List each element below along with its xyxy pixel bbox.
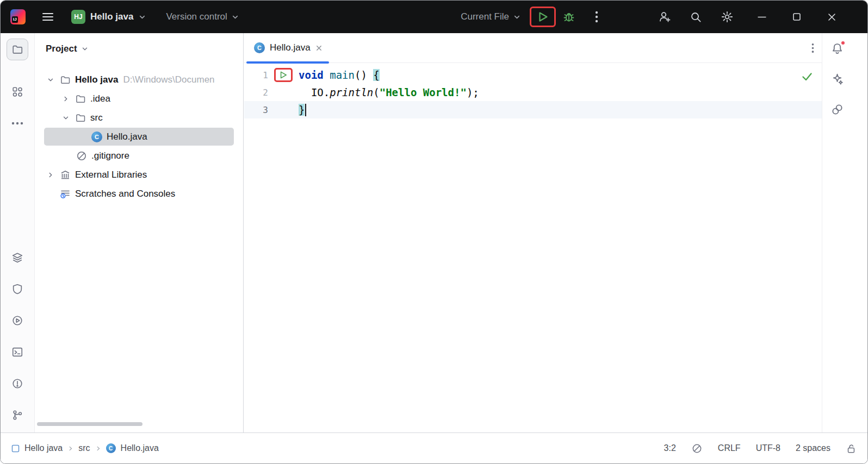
run-tool-window-button[interactable] <box>7 310 28 331</box>
tree-item-label: src <box>90 112 103 123</box>
code-text: IO.println("Hello World!"); <box>299 86 479 98</box>
highlighting-level-button[interactable] <box>691 443 703 454</box>
java-class-icon <box>91 131 102 142</box>
vcs-widget[interactable]: Version control <box>166 11 239 22</box>
search-icon <box>690 11 702 23</box>
main-menu-button[interactable] <box>42 12 54 22</box>
project-avatar: HJ <box>71 10 85 24</box>
close-button[interactable] <box>814 1 849 33</box>
chevron-down-icon[interactable] <box>61 114 71 122</box>
java-class-icon <box>254 42 265 53</box>
maximize-button[interactable] <box>779 1 814 33</box>
terminal-tool-window-button[interactable] <box>7 341 28 363</box>
annotation-box-gutter-run <box>274 68 293 82</box>
project-name: Hello java <box>90 11 133 22</box>
settings-button[interactable] <box>721 10 734 23</box>
more-vertical-icon <box>595 11 598 23</box>
run-button[interactable] <box>537 11 549 23</box>
minimize-button[interactable] <box>745 1 779 33</box>
code-line-1[interactable]: 1 void main() { <box>244 66 822 84</box>
dependencies-tool-window-button[interactable] <box>7 278 28 300</box>
tree-item-label: .gitignore <box>91 151 129 161</box>
chevron-right-icon[interactable] <box>61 95 71 103</box>
tab-hello-java[interactable]: Hello.java <box>246 33 329 62</box>
version-control-tool-window-button[interactable] <box>7 404 28 426</box>
run-main-gutter-button[interactable] <box>279 71 288 79</box>
inspections-ok-icon[interactable] <box>801 71 813 83</box>
project-panel-header[interactable]: Project <box>35 33 243 65</box>
read-only-toggle-button[interactable] <box>846 443 857 454</box>
breadcrumb-item-src[interactable]: src <box>78 443 90 453</box>
code-text: void main() { <box>299 69 380 81</box>
code-line-3[interactable]: 3 } <box>244 101 822 118</box>
line-separator-widget[interactable]: CRLF <box>718 443 741 453</box>
run-config-label: Current File <box>461 11 509 22</box>
tree-row-idea-folder[interactable]: .idea <box>35 89 243 108</box>
tree-row-hello-java-file[interactable]: Hello.java <box>35 127 243 146</box>
tab-label: Hello.java <box>270 42 311 53</box>
breadcrumbs: Hello java src Hello.java <box>11 443 159 453</box>
horizontal-scrollbar[interactable] <box>37 422 142 426</box>
editor-tab-bar: Hello.java <box>244 33 822 63</box>
tree-item-label: .idea <box>90 93 110 104</box>
left-tool-strip <box>1 33 35 432</box>
chevron-right-icon[interactable] <box>46 171 55 179</box>
notifications-button[interactable] <box>830 42 844 55</box>
folder-icon <box>75 112 86 123</box>
more-actions-button[interactable] <box>595 11 598 23</box>
code-with-me-button[interactable] <box>658 10 671 23</box>
notification-badge <box>840 40 846 46</box>
breadcrumb-item-file[interactable]: Hello.java <box>121 443 159 453</box>
tree-row-project-root[interactable]: Hello java D:\Windows\Documen <box>35 70 243 89</box>
slashed-circle-icon <box>691 443 703 454</box>
project-widget[interactable]: HJ Hello java <box>71 10 146 24</box>
debug-button[interactable] <box>562 10 575 23</box>
maximize-icon <box>793 13 801 21</box>
chevron-down-icon[interactable] <box>46 76 55 84</box>
gutter <box>268 68 299 82</box>
tree-row-gitignore-file[interactable]: .gitignore <box>35 146 243 165</box>
tree-row-src-folder[interactable]: src <box>35 108 243 127</box>
run-play-icon <box>279 71 288 79</box>
caret-position-widget[interactable]: 3:2 <box>664 443 676 453</box>
tree-item-label: Scratches and Consoles <box>75 189 175 199</box>
editor-area: Hello.java 1 void main() { <box>244 33 822 432</box>
structure-tool-window-button[interactable] <box>7 81 28 103</box>
layers-icon <box>11 252 23 264</box>
search-everywhere-button[interactable] <box>690 11 702 23</box>
tab-options-button[interactable] <box>811 43 814 53</box>
indent-widget[interactable]: 2 spaces <box>796 443 830 453</box>
chevron-down-icon <box>231 13 239 21</box>
run-configuration-widget[interactable]: Current File <box>461 11 521 22</box>
vcs-label: Version control <box>166 11 227 22</box>
breadcrumb-item-project[interactable]: Hello java <box>24 443 63 453</box>
more-vertical-icon <box>811 43 814 53</box>
linked-rings-button[interactable] <box>830 103 844 116</box>
problems-tool-window-button[interactable] <box>7 373 28 394</box>
ai-assistant-button[interactable] <box>830 72 844 86</box>
debug-bug-icon <box>562 10 575 23</box>
tree-row-scratches[interactable]: Scratches and Consoles <box>35 184 243 203</box>
run-play-icon <box>537 11 549 23</box>
code-line-2[interactable]: 2 IO.println("Hello World!"); <box>244 84 822 101</box>
tree-row-external-libraries[interactable]: External Libraries <box>35 165 243 184</box>
tab-close-button[interactable] <box>315 45 323 52</box>
code-editor[interactable]: 1 void main() { 2 IO.println("Hello Worl… <box>244 63 822 118</box>
intellij-idea-logo[interactable]: IJ <box>10 9 26 24</box>
gear-icon <box>721 10 734 23</box>
code-tokens: } <box>299 104 305 116</box>
terminal-icon <box>11 346 23 358</box>
status-bar: Hello java src Hello.java 3:2 CRLF UTF-8… <box>1 432 867 463</box>
ignored-file-icon <box>76 151 87 161</box>
project-tool-window-button[interactable] <box>7 39 28 60</box>
more-tool-windows-button[interactable] <box>7 112 28 134</box>
shield-icon <box>11 283 23 295</box>
run-circle-icon <box>11 315 23 327</box>
encoding-widget[interactable]: UTF-8 <box>756 443 780 453</box>
titlebar: IJ HJ Hello java Version control Current… <box>1 1 867 33</box>
scratches-icon <box>60 189 71 199</box>
linked-rings-icon <box>830 103 844 116</box>
more-horizontal-icon <box>11 122 23 125</box>
services-tool-window-button[interactable] <box>7 247 28 268</box>
chevron-right-icon <box>95 446 101 452</box>
